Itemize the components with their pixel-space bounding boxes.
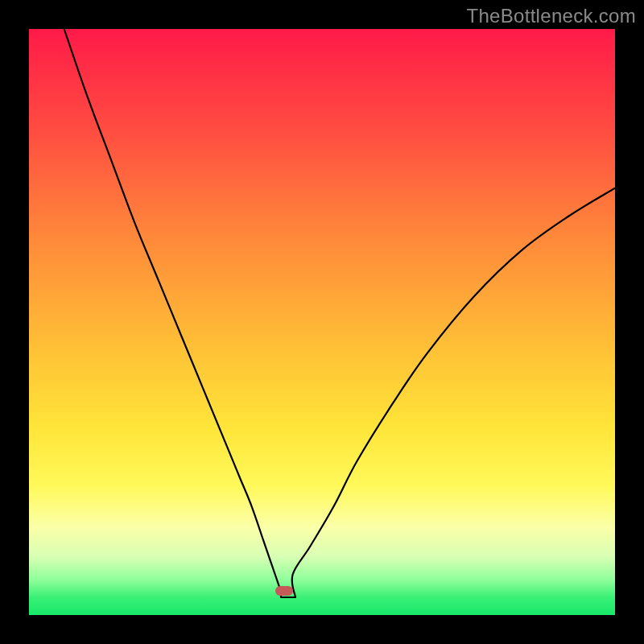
bottleneck-curve: [29, 29, 615, 615]
optimal-marker: [275, 586, 293, 596]
plot-area: [29, 29, 615, 615]
chart-frame: TheBottleneck.com: [0, 0, 644, 644]
watermark-text: TheBottleneck.com: [466, 5, 636, 27]
